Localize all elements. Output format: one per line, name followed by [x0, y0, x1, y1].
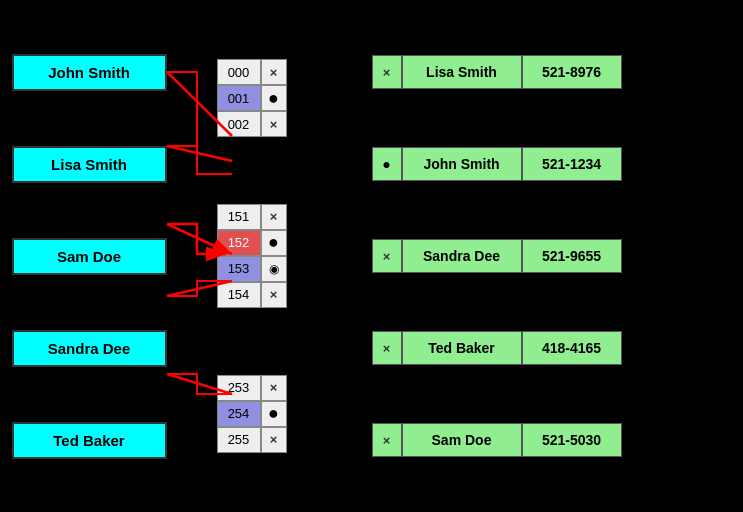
- result-name-text-john-smith: John Smith: [423, 156, 499, 172]
- x-icon-000: ×: [270, 65, 278, 80]
- bucket-num-154: 154: [217, 282, 261, 308]
- layout: John Smith Lisa Smith Sam Doe Sandra Dee…: [12, 26, 732, 486]
- main-container: John Smith Lisa Smith Sam Doe Sandra Dee…: [0, 0, 743, 512]
- bucket-row-255: 255 ×: [217, 427, 287, 453]
- bucket-row-151: 151 ×: [217, 204, 287, 230]
- result-phone-sandra-dee: 521-9655: [522, 239, 622, 273]
- bucket-icon-254: ●: [261, 401, 287, 427]
- result-icon-ted-baker: ×: [372, 331, 402, 365]
- x-icon-result-lisa: ×: [383, 65, 391, 80]
- person-name-john-smith: John Smith: [48, 64, 130, 81]
- result-phone-text-john-smith: 521-1234: [542, 156, 601, 172]
- x-icon-253: ×: [270, 380, 278, 395]
- left-col: John Smith Lisa Smith Sam Doe Sandra Dee…: [12, 26, 172, 486]
- person-box-john-smith: John Smith: [12, 54, 167, 91]
- bucket-row-253: 253 ×: [217, 375, 287, 401]
- bucket-icon-151: ×: [261, 204, 287, 230]
- person-box-lisa-smith: Lisa Smith: [12, 146, 167, 183]
- bucket-row-154: 154 ×: [217, 282, 287, 308]
- result-phone-text-sam-doe: 521-5030: [542, 432, 601, 448]
- result-name-text-sandra-dee: Sandra Dee: [423, 248, 500, 264]
- result-ted-baker: × Ted Baker 418-4165: [372, 331, 632, 365]
- result-john-smith: ● John Smith 521-1234: [372, 147, 632, 181]
- result-icon-sam-doe: ×: [372, 423, 402, 457]
- person-box-sam-doe: Sam Doe: [12, 238, 167, 275]
- bucket-num-255: 255: [217, 427, 261, 453]
- dot-icon-254: ●: [268, 403, 279, 424]
- result-phone-ted-baker: 418-4165: [522, 331, 622, 365]
- bucket-num-254: 254: [217, 401, 261, 427]
- person-name-sandra-dee: Sandra Dee: [48, 340, 131, 357]
- result-phone-john-smith: 521-1234: [522, 147, 622, 181]
- result-sandra-dee: × Sandra Dee 521-9655: [372, 239, 632, 273]
- result-lisa-smith: × Lisa Smith 521-8976: [372, 55, 632, 89]
- result-phone-text-sandra-dee: 521-9655: [542, 248, 601, 264]
- result-phone-text-ted-baker: 418-4165: [542, 340, 601, 356]
- bucket-num-001: 001: [217, 85, 261, 111]
- bucket-icon-152: ●: [261, 230, 287, 256]
- bucket-icon-154: ×: [261, 282, 287, 308]
- dot-small-icon-153: ◉: [269, 262, 279, 276]
- result-icon-lisa-smith: ×: [372, 55, 402, 89]
- dot-icon-result-john: ●: [382, 156, 390, 172]
- result-name-sandra-dee: Sandra Dee: [402, 239, 522, 273]
- bucket-num-253: 253: [217, 375, 261, 401]
- bucket-num-152: 152: [217, 230, 261, 256]
- result-phone-text-lisa-smith: 521-8976: [542, 64, 601, 80]
- bucket-row-152: 152 ●: [217, 230, 287, 256]
- dot-icon-152: ●: [268, 232, 279, 253]
- result-name-text-ted-baker: Ted Baker: [428, 340, 495, 356]
- result-icon-john-smith: ●: [372, 147, 402, 181]
- bucket-num-153: 153: [217, 256, 261, 282]
- bucket-group-253: 253 × 254 ● 255 ×: [192, 375, 312, 453]
- dot-icon-001: ●: [268, 88, 279, 109]
- bucket-group-151: 151 × 152 ● 153 ◉ 154 ×: [192, 204, 312, 308]
- bucket-icon-002: ×: [261, 111, 287, 137]
- bucket-icon-253: ×: [261, 375, 287, 401]
- x-icon-result-ted: ×: [383, 341, 391, 356]
- person-name-sam-doe: Sam Doe: [57, 248, 121, 265]
- bucket-row-001: 001 ●: [217, 85, 287, 111]
- x-icon-151: ×: [270, 209, 278, 224]
- bucket-num-151: 151: [217, 204, 261, 230]
- bucket-row-254: 254 ●: [217, 401, 287, 427]
- x-icon-255: ×: [270, 432, 278, 447]
- bucket-icon-001: ●: [261, 85, 287, 111]
- bucket-icon-153: ◉: [261, 256, 287, 282]
- result-icon-sandra-dee: ×: [372, 239, 402, 273]
- person-box-sandra-dee: Sandra Dee: [12, 330, 167, 367]
- result-sam-doe: × Sam Doe 521-5030: [372, 423, 632, 457]
- bucket-num-000: 000: [217, 59, 261, 85]
- result-name-lisa-smith: Lisa Smith: [402, 55, 522, 89]
- x-icon-002: ×: [270, 117, 278, 132]
- result-name-text-sam-doe: Sam Doe: [432, 432, 492, 448]
- bucket-icon-255: ×: [261, 427, 287, 453]
- bucket-row-000: 000 ×: [217, 59, 287, 85]
- person-name-ted-baker: Ted Baker: [53, 432, 124, 449]
- result-phone-lisa-smith: 521-8976: [522, 55, 622, 89]
- right-col: × Lisa Smith 521-8976 ● John Smith 521-1…: [372, 26, 632, 486]
- result-name-sam-doe: Sam Doe: [402, 423, 522, 457]
- result-name-ted-baker: Ted Baker: [402, 331, 522, 365]
- result-name-john-smith: John Smith: [402, 147, 522, 181]
- result-phone-sam-doe: 521-5030: [522, 423, 622, 457]
- x-icon-154: ×: [270, 287, 278, 302]
- bucket-row-153: 153 ◉: [217, 256, 287, 282]
- x-icon-result-sam: ×: [383, 433, 391, 448]
- x-icon-result-sandra: ×: [383, 249, 391, 264]
- result-name-text-lisa-smith: Lisa Smith: [426, 64, 497, 80]
- bucket-num-002: 002: [217, 111, 261, 137]
- bucket-group-000: 000 × 001 ● 002 ×: [192, 59, 312, 137]
- person-name-lisa-smith: Lisa Smith: [51, 156, 127, 173]
- middle-col: 000 × 001 ● 002 × 151 × 15: [192, 26, 312, 486]
- person-box-ted-baker: Ted Baker: [12, 422, 167, 459]
- bucket-icon-000: ×: [261, 59, 287, 85]
- bucket-row-002: 002 ×: [217, 111, 287, 137]
